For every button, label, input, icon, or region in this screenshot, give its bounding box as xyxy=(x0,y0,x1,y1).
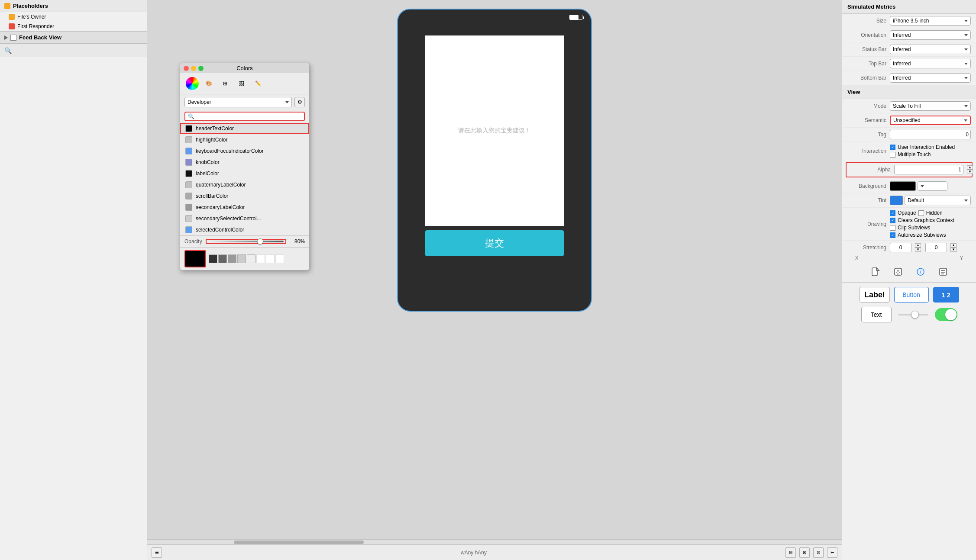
stretch-x-stepper[interactable]: ▲ ▼ xyxy=(915,243,922,252)
feed-back-view-section[interactable]: Feed Back View xyxy=(0,31,147,44)
user-interaction-checkbox[interactable] xyxy=(890,145,895,150)
autoresize-checkbox[interactable] xyxy=(890,232,895,238)
gear-button[interactable]: ⚙ xyxy=(294,97,305,107)
alpha-input[interactable] xyxy=(894,165,963,174)
multiple-touch-checkbox[interactable] xyxy=(890,152,895,158)
mini-swatch-1[interactable] xyxy=(218,254,227,263)
stretch-y-stepper[interactable]: ▲ ▼ xyxy=(950,243,957,252)
statusbar-dropdown[interactable]: Inferred xyxy=(890,45,971,54)
image-btn[interactable]: 🖼 xyxy=(235,77,249,90)
color-item-secondary-label[interactable]: secondaryLabelColor xyxy=(180,202,309,213)
pencil-btn[interactable]: ✏️ xyxy=(251,77,265,90)
hidden-checkbox[interactable] xyxy=(918,210,924,216)
quick-help-icon[interactable]: {} xyxy=(891,265,905,279)
mini-swatch-6[interactable] xyxy=(266,254,275,263)
clip-subviews-label: Clip Subviews xyxy=(898,225,930,231)
color-wheel-btn[interactable] xyxy=(185,77,199,90)
alpha-stepper-down[interactable]: ▼ xyxy=(967,170,973,174)
opaque-checkbox[interactable] xyxy=(890,210,895,216)
color-name-scrollbar: scrollBarColor xyxy=(196,193,228,199)
align-right-icon[interactable]: ⊡ xyxy=(813,547,824,558)
close-button[interactable] xyxy=(184,66,189,71)
alpha-stepper[interactable]: ▲ ▼ xyxy=(967,165,973,174)
num12-widget[interactable]: 1 2 xyxy=(933,287,959,303)
first-responder-item[interactable]: First Responder xyxy=(0,22,147,31)
tint-color-swatch[interactable] xyxy=(890,196,903,205)
mini-swatch-4[interactable] xyxy=(247,254,255,263)
alpha-stepper-up[interactable]: ▲ xyxy=(967,165,973,170)
color-item-label[interactable]: labelColor xyxy=(180,168,309,179)
size-dropdown[interactable]: iPhone 3.5-inch xyxy=(890,16,971,26)
phone-content-area[interactable]: 请在此输入您的宝贵建议！ xyxy=(425,35,564,226)
bottombar-label: Bottom Bar xyxy=(847,75,886,81)
color-item-highlight[interactable]: highlightColor xyxy=(180,134,309,145)
developer-dropdown[interactable]: Developer xyxy=(184,97,292,107)
tint-dropdown[interactable]: Default xyxy=(905,196,971,205)
semantic-chevron-icon xyxy=(964,119,967,122)
num12-widget-text: 1 2 xyxy=(941,291,950,299)
file-inspector-icon[interactable] xyxy=(869,265,882,279)
stretch-y-down[interactable]: ▼ xyxy=(950,248,957,252)
feed-back-view-checkbox[interactable] xyxy=(10,35,16,41)
align-center-icon[interactable]: ⊠ xyxy=(799,547,810,558)
color-swatch-label xyxy=(185,170,192,177)
mode-value: Scale To Fill xyxy=(890,101,971,111)
semantic-dropdown[interactable]: Unspecified xyxy=(890,116,971,125)
semantic-value: Unspecified xyxy=(890,116,971,125)
files-owner-item[interactable]: File's Owner xyxy=(0,12,147,22)
phone-submit-btn[interactable]: 提交 xyxy=(425,230,564,256)
colors-search-input[interactable] xyxy=(196,113,301,119)
color-item-quaternary[interactable]: quaternaryLabelColor xyxy=(180,179,309,190)
distribute-icon[interactable]: ⊢ xyxy=(827,547,837,558)
color-item-header-text[interactable]: headerTextColor xyxy=(180,123,309,134)
toggle-widget[interactable] xyxy=(935,308,957,321)
clears-context-checkbox[interactable] xyxy=(890,218,895,223)
stretch-y-up[interactable]: ▲ xyxy=(950,243,957,248)
tag-label: Tag xyxy=(847,132,886,138)
crayon-btn[interactable]: 🎨 xyxy=(202,77,216,90)
grid-btn[interactable]: ⊞ xyxy=(218,77,232,90)
align-left-icon[interactable]: ⊟ xyxy=(785,547,796,558)
statusbar-row: Status Bar Inferred xyxy=(842,42,976,57)
orientation-dropdown[interactable]: Inferred xyxy=(890,30,971,40)
identity-inspector-icon[interactable]: i xyxy=(914,265,928,279)
color-item-keyboard[interactable]: keyboardFocusIndicatorColor xyxy=(180,145,309,157)
stretch-y-input[interactable] xyxy=(925,243,947,252)
background-color-swatch[interactable] xyxy=(890,181,916,191)
color-item-secondary-selected[interactable]: secondarySelectedControl... xyxy=(180,213,309,224)
statusbar-dropdown-value: Inferred xyxy=(893,46,911,52)
mini-swatch-0[interactable] xyxy=(209,254,217,263)
statusbar-chevron-icon xyxy=(964,48,968,51)
orientation-value: Inferred xyxy=(890,30,971,40)
tag-input[interactable] xyxy=(890,130,971,139)
feed-back-view-label: Feed Back View xyxy=(19,34,61,41)
canvas-scrollbar[interactable] xyxy=(147,539,842,544)
mini-swatch-2[interactable] xyxy=(228,254,236,263)
current-color-swatch[interactable] xyxy=(184,250,206,267)
bottombar-dropdown[interactable]: Inferred xyxy=(890,73,971,83)
color-item-scrollbar[interactable]: scrollBarColor xyxy=(180,190,309,202)
text-widget[interactable]: Text xyxy=(861,307,892,322)
mini-swatch-3[interactable] xyxy=(237,254,246,263)
maximize-button[interactable] xyxy=(198,66,204,71)
mini-swatch-5[interactable] xyxy=(256,254,265,263)
add-view-button[interactable]: ☰ xyxy=(152,547,162,558)
stretch-x-axis-label: X xyxy=(855,255,858,261)
button-widget[interactable]: Button xyxy=(894,287,929,303)
color-item-selected-control[interactable]: selectedControlColor xyxy=(180,224,309,235)
slider-widget[interactable] xyxy=(896,307,931,322)
stretch-x-up[interactable]: ▲ xyxy=(915,243,921,248)
stretch-x-down[interactable]: ▼ xyxy=(915,248,921,252)
opacity-slider[interactable] xyxy=(208,241,284,242)
color-item-knob[interactable]: knobColor xyxy=(180,157,309,168)
clip-subviews-checkbox[interactable] xyxy=(890,225,895,231)
minimize-button[interactable] xyxy=(191,66,196,71)
battery-icon xyxy=(569,15,582,20)
background-dropdown[interactable] xyxy=(918,181,947,191)
mini-swatch-7[interactable] xyxy=(275,254,284,263)
label-widget[interactable]: Label xyxy=(860,287,890,303)
stretch-x-input[interactable] xyxy=(890,243,911,252)
topbar-dropdown[interactable]: Inferred xyxy=(890,59,971,68)
attributes-inspector-icon[interactable] xyxy=(936,265,950,279)
mode-dropdown[interactable]: Scale To Fill xyxy=(890,101,971,111)
